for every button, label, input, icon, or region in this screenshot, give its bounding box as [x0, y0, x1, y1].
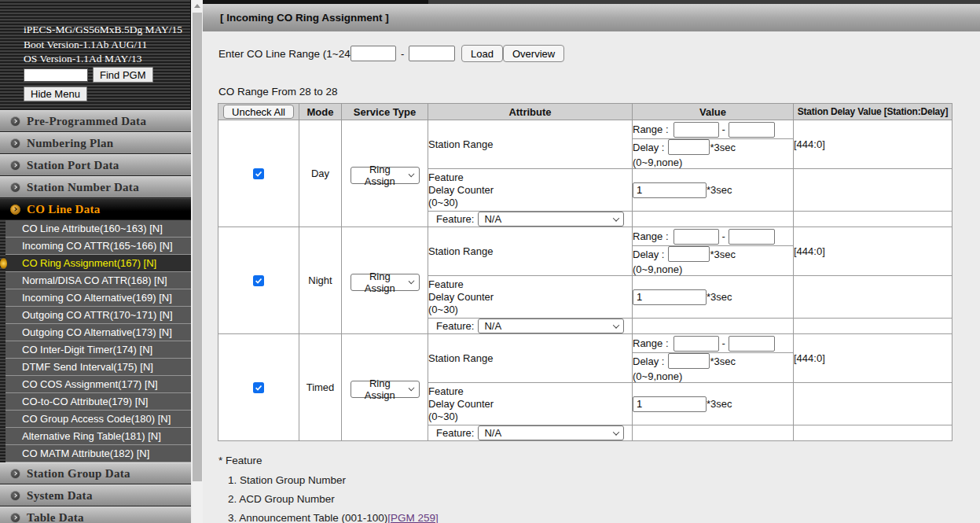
- select-value: N/A: [484, 213, 501, 225]
- sidebar-item-normal-disa-co-attr[interactable]: Normal/DISA CO ATTR(168) [N]: [6, 272, 191, 289]
- sidebar-section-numbering-plan[interactable]: Numbering Plan: [0, 132, 191, 153]
- sidebar-section-table-data[interactable]: Table Data: [0, 506, 191, 523]
- timed-service-cell: Ring Assign: [342, 334, 428, 441]
- section-label: Station Group Data: [27, 467, 130, 481]
- check-icon: [255, 277, 262, 285]
- range-label: Range :: [633, 337, 669, 349]
- boot-version-line: Boot Version-1.1Ab AUG/11: [24, 38, 182, 53]
- day-station-from-input[interactable]: [674, 122, 719, 138]
- day-service-cell: Ring Assign: [342, 120, 428, 227]
- pgm-259-link[interactable]: [PGM 259]: [387, 512, 439, 523]
- sidebar-item-co-ring-assignment[interactable]: CO Ring Assignment(167) [N]: [6, 255, 191, 272]
- section-label: Station Number Data: [27, 181, 139, 194]
- header-attribute: Attribute: [428, 104, 633, 120]
- sidebar-section-system-data[interactable]: System Data: [0, 484, 191, 506]
- timed-row-checkbox[interactable]: [253, 382, 264, 393]
- timed-station-from-input[interactable]: [674, 336, 719, 352]
- range-separator: -: [401, 48, 404, 60]
- find-pgm-button[interactable]: Find PGM: [93, 67, 153, 83]
- scroll-up-button[interactable]: [192, 0, 203, 12]
- scrollbar-thumb[interactable]: [193, 13, 202, 481]
- hide-menu-button[interactable]: Hide Menu: [24, 87, 87, 101]
- day-feature-counter-label: Feature Delay Counter (0~30): [428, 169, 633, 212]
- day-row-checkbox[interactable]: [253, 168, 264, 179]
- sidebar-item-co-cos-assignment[interactable]: CO COS Assignment(177) [N]: [6, 376, 191, 393]
- section-label: System Data: [27, 489, 93, 503]
- day-range-cell: Range : -: [633, 120, 794, 139]
- timed-counter-cell: *3sec: [633, 383, 794, 425]
- sidebar-item-incoming-co-attr[interactable]: Incoming CO ATTR(165~166) [N]: [6, 238, 191, 255]
- timed-feature-select[interactable]: N/A: [478, 425, 624, 440]
- find-pgm-input[interactable]: [24, 68, 88, 82]
- page-title: [ Incoming CO Ring Assignment ]: [220, 12, 389, 24]
- sidebar-item-co-inter-digit-timer[interactable]: CO Inter-Digit Timer(174) [N]: [6, 341, 191, 359]
- overview-button[interactable]: Overview: [503, 45, 564, 62]
- section-chevron-icon: [10, 469, 20, 479]
- day-feature-select[interactable]: N/A: [478, 212, 624, 227]
- check-icon: [255, 170, 262, 178]
- night-feature-select[interactable]: N/A: [478, 319, 624, 333]
- delay-hint: (0~9,none): [633, 263, 793, 275]
- sidebar-item-co-group-access-code[interactable]: CO Group Access Code(180) [N]: [6, 411, 191, 428]
- night-station-from-input[interactable]: [674, 229, 719, 245]
- co-range-to-input[interactable]: [409, 46, 455, 61]
- range-label: Range :: [633, 230, 669, 242]
- empty-cell: [794, 276, 952, 319]
- day-delay-counter-input[interactable]: [633, 182, 707, 198]
- active-item-glow-icon: [0, 258, 7, 269]
- empty-cell: [794, 383, 952, 425]
- sidebar-item-co-to-co-attribute[interactable]: CO-to-CO Attribute(179) [N]: [6, 393, 191, 411]
- select-value: Ring Assign: [357, 164, 404, 187]
- timed-feature-counter-label: Feature Delay Counter (0~30): [428, 383, 633, 425]
- sidebar-item-outgoing-co-attr[interactable]: Outgoing CO ATTR(170~171) [N]: [6, 307, 191, 324]
- day-delay-input[interactable]: [668, 139, 710, 155]
- timed-delay-input[interactable]: [668, 353, 710, 369]
- sidebar-section-station-group-data[interactable]: Station Group Data: [0, 462, 191, 484]
- section-chevron-icon: [10, 138, 20, 149]
- sidebar-item-outgoing-co-alternative[interactable]: Outgoing CO Alternative(173) [N]: [6, 324, 191, 341]
- load-button[interactable]: Load: [461, 45, 503, 62]
- night-delay-counter-input[interactable]: [633, 289, 707, 305]
- night-row-checkbox[interactable]: [253, 275, 264, 286]
- day-station-to-input[interactable]: [729, 122, 775, 138]
- day-delay-cell: Delay : *3sec (0~9,none): [633, 139, 794, 169]
- delay-hint: (0~9,none): [633, 157, 793, 168]
- sidebar-section-station-number-data[interactable]: Station Number Data: [0, 176, 191, 197]
- sidebar-item-co-matm-attribute[interactable]: CO MATM Attribute(182) [N]: [6, 445, 191, 462]
- timed-feature-cell: Feature: N/A: [428, 425, 633, 441]
- day-feature-cell: Feature: N/A: [428, 212, 633, 227]
- sidebar-item-label: CO Ring Assignment(167) [N]: [22, 257, 156, 269]
- sidebar-item-incoming-co-alternative[interactable]: Incoming CO Alternative(169) [N]: [6, 289, 191, 307]
- delay-label: Delay :: [633, 249, 664, 260]
- sidebar-item-co-line-attribute[interactable]: CO Line Attribute(160~163) [N]: [6, 220, 191, 238]
- uncheck-all-button[interactable]: Uncheck All: [223, 105, 294, 119]
- feature-footnote-3: 3. Announcement Table (001-100)[PGM 259]: [228, 512, 439, 523]
- co-range-from-input[interactable]: [351, 46, 396, 61]
- sidebar-section-co-line-data[interactable]: CO Line Data: [0, 198, 191, 219]
- sidebar-section-pre-programmed-data[interactable]: Pre-Programmed Data: [0, 110, 191, 131]
- timed-station-to-input[interactable]: [729, 336, 775, 352]
- times-3sec-label: *3sec: [710, 355, 736, 367]
- sidebar-item-alternative-ring-table[interactable]: Alternative Ring Table(181) [N]: [6, 428, 191, 445]
- feature-footnote-1: 1. Station Group Number: [228, 474, 346, 486]
- night-service-type-select[interactable]: Ring Assign: [351, 274, 420, 291]
- section-chevron-icon: [10, 204, 20, 215]
- timed-delay-counter-input[interactable]: [633, 396, 707, 412]
- times-3sec-label: *3sec: [707, 184, 732, 196]
- night-delay-input[interactable]: [668, 246, 710, 262]
- night-checkbox-cell: [218, 227, 299, 334]
- dash-label: -: [722, 337, 725, 349]
- header-service-type: Service Type: [342, 104, 428, 120]
- empty-cell: [794, 212, 952, 227]
- timed-service-type-select[interactable]: Ring Assign: [351, 381, 420, 398]
- empty-cell: [794, 169, 952, 212]
- sidebar-item-dtmf-send-interval[interactable]: DTMF Send Interval(175) [N]: [6, 359, 191, 376]
- sidebar-scrollbar[interactable]: [192, 0, 203, 523]
- sidebar-section-station-port-data[interactable]: Station Port Data: [0, 154, 191, 175]
- os-version-line: OS Version-1.1Ad MAY/13: [24, 52, 182, 67]
- night-station-to-input[interactable]: [729, 229, 775, 245]
- day-service-type-select[interactable]: Ring Assign: [351, 167, 420, 184]
- delay-label: Delay :: [633, 355, 664, 367]
- night-service-cell: Ring Assign: [342, 227, 428, 334]
- footnote-text: 3. Announcement Table (001-100): [228, 512, 387, 523]
